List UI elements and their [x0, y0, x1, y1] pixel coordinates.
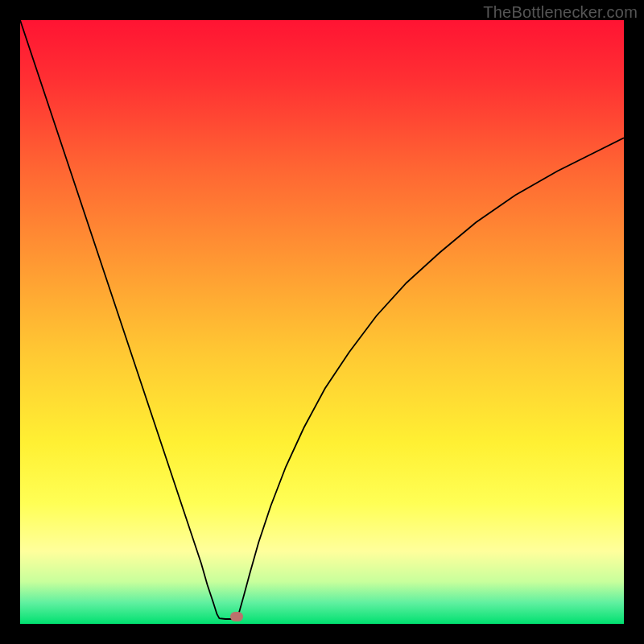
curve-path [20, 20, 624, 619]
optimal-marker [230, 612, 243, 621]
watermark-text: TheBottlenecker.com [483, 3, 638, 22]
plot-area [20, 20, 624, 624]
bottleneck-curve [20, 20, 624, 624]
chart-frame: TheBottlenecker.com [0, 0, 644, 644]
